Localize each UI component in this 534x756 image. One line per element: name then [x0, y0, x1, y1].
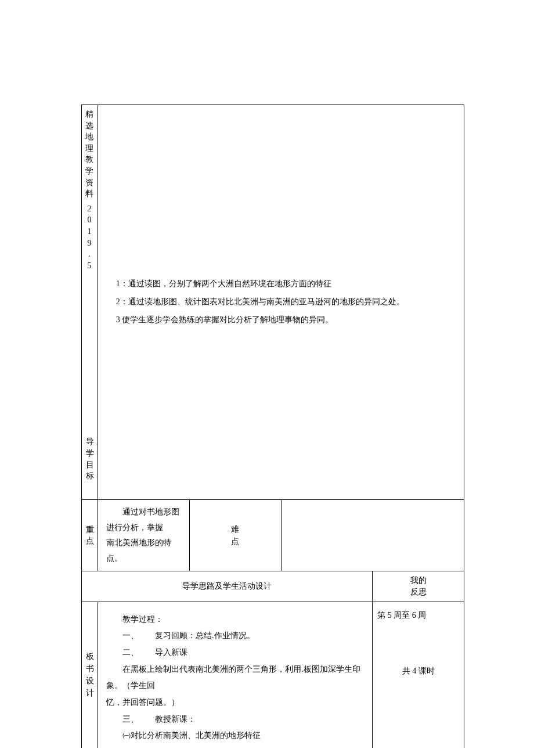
goals-cell: 1：通过读图，分别了解两个大洲自然环境在地形方面的特征 2：通过读地形图、统计图… [98, 105, 464, 500]
difficulty-cell [281, 500, 464, 571]
brand-char: 选 [85, 120, 93, 132]
reflection-label: 我的 反思 [374, 575, 463, 597]
difficulty-label: 难 点 [191, 523, 280, 548]
document-brand: 精 选 地 理 教 学 资 料 2 0 1 9 . 5 [85, 109, 93, 271]
brand-char: 理 [85, 143, 93, 154]
brand-char: 学 [85, 165, 93, 177]
process-line: ㈠对比分析南美洲、北美洲的地形特征 [106, 728, 364, 744]
goal-item: 3 使学生逐步学会熟练的掌握对比分析了解地理事物的异同。 [106, 311, 456, 329]
keypoint-label: 重 点 [83, 524, 96, 547]
difficulty-label-cell: 难 点 [189, 500, 281, 571]
keypoint-cell: 通过对书地形图进行分析，掌握 南北美洲地形的特点。 [98, 500, 190, 571]
brand-char: 精 [85, 109, 93, 120]
process-line: 忆，并回答问题。） [106, 694, 364, 711]
brand-char: 地 [85, 131, 93, 143]
design-header: 导学思路及学生活动设计 [182, 582, 272, 591]
board-label-cell: 板 书 设 计 [82, 602, 98, 748]
process-line: 一、 复习回顾：总结.作业情况。 [106, 628, 364, 645]
process-cell: 教学过程： 一、 复习回顾：总结.作业情况。 二、 导入新课 在黑板上绘制出代表… [98, 602, 373, 748]
keypoint-label-cell: 重 点 [82, 500, 98, 571]
brand-char: 资 [85, 177, 93, 189]
lesson-plan-table: 精 选 地 理 教 学 资 料 2 0 1 9 . 5 导 学 [81, 105, 464, 748]
process-heading: 教学过程： [106, 611, 364, 628]
goal-label-cell: 精 选 地 理 教 学 资 料 2 0 1 9 . 5 导 学 [82, 105, 98, 500]
design-header-cell: 导学思路及学生活动设计 [82, 571, 373, 602]
goal-item: 1：通过读图，分别了解两个大洲自然环境在地形方面的特征 [106, 275, 456, 293]
brand-year: 2 0 1 9 . 5 [88, 203, 92, 272]
process-line: 三、 教授新课： [106, 711, 364, 728]
schedule-week: 第 5 周至 6 周 [375, 608, 461, 624]
schedule-cell: 第 5 周至 6 周 共 4 课时 [373, 602, 464, 748]
brand-char: 料 [85, 188, 93, 200]
goal-item: 2：通过读地形图、统计图表对比北美洲与南美洲的亚马逊河的地形的异同之处。 [106, 293, 456, 311]
goal-label: 导 学 目 标 [83, 436, 96, 481]
process-line: 二、 导入新课 [106, 645, 364, 661]
board-label: 板 书 设 计 [83, 650, 96, 699]
process-line: 在黑板上绘制出代表南北美洲的两个三角形，利用.板图加深学生印象。（学生回 [106, 661, 364, 694]
schedule-periods: 共 4 课时 [375, 664, 461, 679]
reflection-label-cell: 我的 反思 [373, 571, 464, 602]
brand-char: 教 [85, 154, 93, 165]
